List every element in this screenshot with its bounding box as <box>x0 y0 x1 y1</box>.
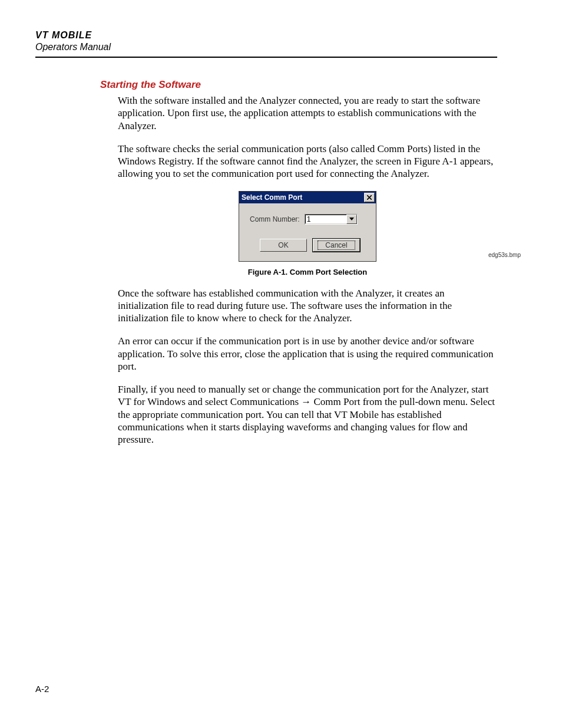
image-filename: edg53s.bmp <box>488 252 521 258</box>
comm-number-label: Comm Number: <box>250 215 300 223</box>
figure-caption: Figure A-1. Comm Port Selection <box>118 268 497 276</box>
section-heading: Starting the Software <box>100 79 497 91</box>
page-number: A-2 <box>35 684 49 694</box>
comm-port-dialog: Select Comm Port Comm Number: 1 <box>239 191 376 262</box>
page-header: VT MOBILE Operators Manual <box>35 29 497 58</box>
figure: Select Comm Port Comm Number: 1 <box>118 191 497 276</box>
paragraph-1: With the software installed and the Anal… <box>118 94 497 132</box>
cancel-button[interactable]: Cancel <box>313 239 360 252</box>
header-subtitle: Operators Manual <box>35 41 497 53</box>
paragraph-5: Finally, if you need to manually set or … <box>118 383 497 446</box>
comm-number-combo[interactable]: 1 <box>305 214 358 225</box>
comm-number-value: 1 <box>305 215 346 224</box>
dialog-titlebar: Select Comm Port <box>239 192 376 203</box>
combo-dropdown-button[interactable] <box>346 215 357 224</box>
close-button[interactable] <box>364 193 375 202</box>
paragraph-4: An error can occur if the communication … <box>118 335 497 373</box>
paragraph-2: The software checks the serial communica… <box>118 143 497 180</box>
comm-number-row: Comm Number: 1 <box>250 214 370 225</box>
header-title: VT MOBILE <box>35 29 497 41</box>
arrow-icon: → <box>301 396 311 407</box>
body-text: With the software installed and the Anal… <box>118 94 497 446</box>
dialog-title: Select Comm Port <box>242 193 302 202</box>
close-icon <box>367 195 372 200</box>
chevron-down-icon <box>349 218 354 221</box>
paragraph-3: Once the software has established commun… <box>118 287 497 325</box>
ok-button[interactable]: OK <box>260 239 307 252</box>
